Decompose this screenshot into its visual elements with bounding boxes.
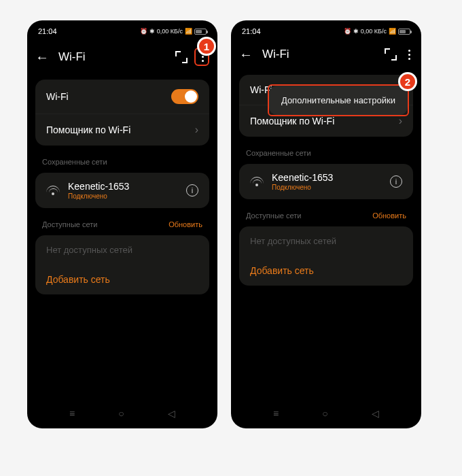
page-title: Wi-Fi	[58, 50, 166, 64]
available-networks-header: Доступные сети Обновить	[231, 202, 421, 224]
bt-icon: ✱	[149, 28, 155, 35]
qr-scan-icon[interactable]	[175, 51, 188, 63]
signal-icon: 📶	[389, 28, 396, 35]
saved-networks-label: Сохраненные сети	[231, 139, 421, 161]
clock: 21:04	[242, 27, 261, 35]
highlight-popup: 2 Дополнительные настройки	[268, 84, 409, 116]
status-right: ⏰ ✱ 0,00 КБ/с 📶	[140, 28, 207, 35]
network-name: Keenetic-1653	[272, 172, 382, 183]
chevron-right-icon: ›	[195, 124, 198, 136]
battery-icon	[398, 29, 410, 35]
saved-networks-card: Keenetic-1653 Подключено i	[239, 164, 413, 199]
wifi-assistant-label: Помощник по Wi-Fi	[46, 124, 130, 135]
page-header: ← Wi-Fi	[231, 38, 421, 72]
back-arrow-icon[interactable]: ←	[35, 50, 49, 64]
page-title: Wi-Fi	[262, 48, 375, 61]
available-networks-header: Доступные сети Обновить	[27, 211, 217, 233]
network-info: Keenetic-1653 Подключено	[68, 181, 178, 200]
wifi-signal-icon	[46, 186, 60, 195]
nav-back-icon[interactable]: ◁	[168, 408, 175, 419]
wifi-assistant-row[interactable]: Помощник по Wi-Fi ›	[35, 114, 209, 146]
wifi-toggle-switch[interactable]	[171, 89, 198, 104]
nav-bar: ≡ ○ ◁	[231, 408, 421, 419]
wifi-assistant-label: Помощник по Wi-Fi	[250, 116, 334, 126]
wifi-signal-icon	[250, 177, 264, 186]
phone-screenshot-1: 21:04 ⏰ ✱ 0,00 КБ/с 📶 ← Wi-Fi 1 Wi-Fi По…	[27, 20, 217, 428]
battery-icon	[194, 29, 207, 35]
nav-menu-icon[interactable]: ≡	[69, 408, 75, 419]
header-actions: 1	[175, 48, 209, 66]
wifi-label: Wi-Fi	[46, 91, 69, 102]
saved-networks-card: Keenetic-1653 Подключено i	[35, 173, 209, 208]
highlight-more-menu: 1	[194, 48, 209, 66]
nav-home-icon[interactable]: ○	[118, 408, 124, 419]
saved-networks-label: Сохраненные сети	[27, 148, 217, 170]
wifi-main-card: Wi-Fi Помощник по Wi-Fi ›	[35, 80, 209, 146]
nav-back-icon[interactable]: ◁	[372, 408, 379, 419]
clock: 21:04	[38, 27, 57, 35]
back-arrow-icon[interactable]: ←	[239, 48, 253, 61]
add-network-button[interactable]: Добавить сеть	[239, 256, 413, 286]
net-speed: 0,00 КБ/с	[361, 28, 387, 35]
available-networks-card: Нет доступных сетей Добавить сеть	[239, 226, 413, 286]
alarm-icon: ⏰	[344, 28, 351, 35]
network-status: Подключено	[272, 184, 382, 191]
callout-badge-2: 2	[398, 72, 417, 91]
available-networks-label: Доступные сети	[42, 220, 97, 228]
more-menu-icon[interactable]	[404, 48, 413, 61]
header-actions	[385, 48, 413, 61]
nav-home-icon[interactable]: ○	[322, 408, 327, 419]
refresh-button[interactable]: Обновить	[372, 211, 406, 220]
network-name: Keenetic-1653	[68, 181, 178, 192]
bt-icon: ✱	[353, 28, 359, 35]
add-network-button[interactable]: Добавить сеть	[35, 265, 209, 294]
no-networks-text: Нет доступных сетей	[239, 226, 413, 256]
network-info-icon[interactable]: i	[390, 175, 402, 188]
no-networks-text: Нет доступных сетей	[35, 235, 209, 265]
callout-badge-1: 1	[197, 37, 216, 56]
wifi-toggle-row[interactable]: Wi-Fi	[35, 80, 209, 114]
network-row[interactable]: Keenetic-1653 Подключено i	[35, 173, 209, 208]
signal-icon: 📶	[185, 28, 192, 35]
phone-screenshot-2: 21:04 ⏰ ✱ 0,00 КБ/с 📶 ← Wi-Fi 2 Дополнит…	[231, 20, 421, 428]
network-info-icon[interactable]: i	[186, 184, 198, 197]
network-status: Подключено	[68, 192, 178, 200]
alarm-icon: ⏰	[140, 28, 147, 35]
advanced-settings-menu-item[interactable]: Дополнительные настройки	[269, 86, 408, 115]
network-row[interactable]: Keenetic-1653 Подключено i	[239, 164, 413, 199]
network-info: Keenetic-1653 Подключено	[272, 172, 382, 191]
status-right: ⏰ ✱ 0,00 КБ/с 📶	[344, 28, 410, 35]
net-speed: 0,00 КБ/с	[157, 28, 183, 35]
available-networks-card: Нет доступных сетей Добавить сеть	[35, 235, 209, 294]
available-networks-label: Доступные сети	[246, 211, 301, 220]
refresh-button[interactable]: Обновить	[168, 220, 202, 228]
nav-menu-icon[interactable]: ≡	[273, 408, 279, 419]
nav-bar: ≡ ○ ◁	[27, 408, 217, 419]
status-bar: 21:04 ⏰ ✱ 0,00 КБ/с 📶	[27, 20, 217, 38]
qr-scan-icon[interactable]	[385, 48, 397, 61]
page-header: ← Wi-Fi 1	[27, 38, 217, 77]
status-bar: 21:04 ⏰ ✱ 0,00 КБ/с 📶	[231, 20, 421, 38]
chevron-right-icon: ›	[399, 115, 402, 127]
